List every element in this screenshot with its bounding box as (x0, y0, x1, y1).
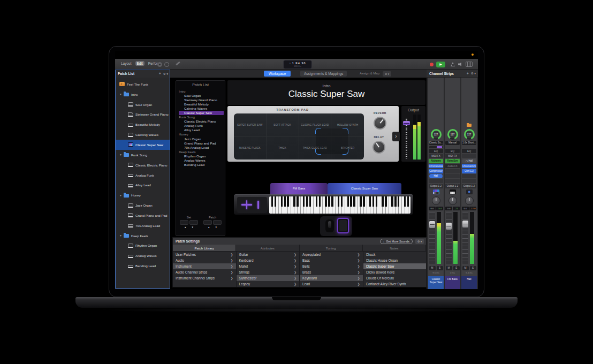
sidebar-item-deep-feels[interactable]: ▼Deep Feels (115, 231, 170, 241)
speaker-icon[interactable] (458, 63, 462, 66)
pad-cell-super-super-saw[interactable]: SUPER SUPER SAW (234, 113, 267, 136)
library-item-cortlandt-alley-river-synth[interactable]: Cortlandt Alley River Synth (363, 281, 427, 287)
sidebar-item-70s-analog-lead[interactable]: 70s Analog Lead (115, 221, 170, 231)
retrosyn-slot[interactable]: RetroSyn (445, 159, 460, 163)
sidebar-item-grand-piano-and-pad[interactable]: Grand Piano and Pad (115, 210, 170, 221)
solo-button[interactable]: S (437, 266, 443, 270)
strip-setting-name[interactable]: Manual (445, 141, 460, 145)
strip-setting-name[interactable]: Classic Su... (429, 141, 443, 145)
transform-pad-selection[interactable] (316, 128, 348, 154)
volume-knob[interactable]: 127 (431, 129, 442, 140)
fader-cap[interactable] (446, 223, 452, 230)
tab-workspace[interactable]: Workspace (264, 71, 291, 77)
delay-knob[interactable] (372, 141, 385, 154)
widget-patch-grand-piano-and-pad[interactable]: Grand Piano and Pad (179, 141, 224, 146)
widget-patch-alloy-lead[interactable]: Alloy Lead (179, 128, 224, 132)
tab-assignments-mappings[interactable]: Assignments & Mappings (300, 71, 347, 77)
fader-cap[interactable] (462, 221, 468, 228)
pad-cell-massive-pluck[interactable]: MASSIVE PLUCK (234, 136, 267, 160)
next-patch-chevron-button[interactable]: › (392, 132, 400, 141)
audio-fx-slot[interactable]: Audio FX (445, 164, 460, 168)
sidebar-item-bending-lead[interactable]: Bending Lead (115, 261, 170, 271)
feedback-button-icon[interactable] (157, 62, 162, 67)
widget-patch-rhythm-organ[interactable]: Rhythm Organ (179, 154, 224, 158)
strip-name-label[interactable]: FM Bass (445, 276, 460, 289)
library-item-legacy[interactable]: Legacy❯ (237, 281, 300, 287)
compressor-slot[interactable]: Compressor (429, 169, 443, 173)
workspace-gear-icon[interactable]: ⚙ ▾ (383, 71, 391, 77)
library-item-bass[interactable]: Bass❯ (300, 257, 363, 263)
hall-slot[interactable]: Hall (429, 174, 443, 178)
widget-set-funk-song[interactable]: Funk Song (179, 115, 224, 119)
strip-name-label[interactable]: Hall (461, 276, 477, 289)
tab-tuning[interactable]: Tuning (300, 245, 363, 252)
pan-knob[interactable] (448, 196, 457, 205)
tab-notes[interactable]: Notes (363, 245, 426, 252)
library-item-classic-super-saw[interactable]: Classic Super Saw (363, 263, 427, 269)
sidebar-item-classic-super-saw[interactable]: Classic Super Saw (115, 140, 170, 150)
sidebar-item-rhythm-organ[interactable]: Rhythm Organ (115, 241, 170, 251)
widget-patch-steinway-grand-piano[interactable]: Steinway Grand Piano (179, 98, 224, 102)
set-prev-button[interactable] (180, 220, 188, 225)
widget-patch-70s-analog-lead[interactable]: 70s Analog Lead (179, 146, 224, 150)
add-channel-strip-button[interactable]: + (467, 72, 469, 75)
chevron-down-icon[interactable]: ▼ (119, 234, 122, 237)
onscreen-keyboard[interactable] (234, 194, 413, 215)
widget-set-deep-feels[interactable]: Deep Feels (179, 150, 224, 154)
eq-slot[interactable]: EQ (462, 149, 476, 153)
volume-knob[interactable]: 127 (464, 129, 475, 140)
chevron-down-icon[interactable]: ▼ (119, 93, 122, 96)
master-level-button[interactable] (466, 62, 473, 67)
library-item-classic-house-organ[interactable]: Classic House Organ (363, 257, 427, 263)
sidebar-item-steinway-grand-piano[interactable]: Steinway Grand Piano (115, 110, 170, 120)
sidebar-item-alloy-lead[interactable]: Alloy Lead (115, 180, 170, 190)
sidebar-item-classic-electric-piano[interactable]: Classic Electric Piano (115, 160, 170, 170)
library-item-arpeggiated[interactable]: Arpeggiated❯ (300, 252, 363, 257)
mute-button[interactable]: M (446, 266, 452, 270)
expression-pedal[interactable] (337, 218, 349, 233)
layer-classic-super-saw[interactable]: Classic Super Saw (328, 183, 401, 194)
chnl-eq-slot[interactable]: Chnl EQ (462, 169, 476, 173)
output-fader-cap[interactable] (403, 121, 410, 125)
tab-attributes[interactable]: Attributes (236, 245, 299, 252)
output-1-2-slot[interactable]: Output 1-2 (445, 184, 460, 188)
library-item-synthesizer[interactable]: Synthesizer❯ (237, 275, 300, 281)
record-button[interactable] (430, 63, 434, 66)
widget-patch-analog-waves[interactable]: Analog Waves (179, 158, 224, 163)
tab-patch-library[interactable]: Patch Library (173, 245, 236, 252)
library-item-keyboard[interactable]: Keyboard❯ (300, 275, 363, 281)
sidebar-item-calming-waves[interactable]: Calming Waves (115, 130, 170, 140)
chromaglow-slot[interactable]: ChromaGlow (429, 164, 443, 168)
mute-button[interactable]: M (429, 266, 436, 270)
chromaverb-slot[interactable]: ChromaVerb (462, 164, 476, 168)
library-item-mallet[interactable]: Mallet❯ (237, 263, 300, 269)
pad-cell-thick[interactable]: THICK (267, 136, 299, 160)
sidebar-item-honey[interactable]: ▼Honey (115, 190, 170, 200)
library-item-brass[interactable]: Brass❯ (300, 269, 363, 275)
patch-list-gear-icon[interactable]: ⚙ ▾ (163, 72, 168, 75)
sidebar-item-intro[interactable]: ▼Intro (115, 89, 170, 100)
widget-patch-analog-funk[interactable]: Analog Funk (179, 124, 224, 128)
volume-knob[interactable]: 127 (447, 129, 458, 140)
alchemy-slot[interactable]: Alchemy (429, 159, 443, 163)
eq-slot[interactable]: EQ (429, 149, 443, 153)
widget-set-intro[interactable]: Intro (179, 89, 224, 94)
widget-patch-beautiful-melody[interactable]: Beautiful Melody (179, 102, 224, 107)
sidebar-item-beautiful-melody[interactable]: Beautiful Melody (115, 119, 170, 130)
widget-patch-calming-waves[interactable]: Calming Waves (179, 107, 224, 111)
patch-next-button[interactable] (213, 220, 222, 225)
pitch-mod-wheels[interactable] (237, 197, 267, 213)
library-item-user-patches[interactable]: User Patches❯ (173, 252, 236, 257)
widget-patch-jazz-organ[interactable]: Jazz Organ (179, 137, 224, 141)
library-item-bells[interactable]: Bells❯ (300, 263, 363, 269)
eq-slot[interactable]: EQ (445, 149, 460, 153)
widget-patch-classic-super-saw[interactable]: Classic Super Saw (179, 111, 224, 115)
sidebar-item-funk-song[interactable]: ▼Funk Song (115, 150, 170, 160)
assign-and-map-button[interactable]: Assign & Map (360, 72, 379, 75)
widget-set-honey[interactable]: Honey (179, 132, 224, 136)
library-item-instrument[interactable]: Instrument❯ (173, 263, 236, 269)
metronome-icon[interactable] (451, 62, 455, 66)
library-item-lead[interactable]: Lead❯ (300, 281, 363, 287)
set-next-button[interactable] (189, 220, 198, 225)
midi-fx-slot[interactable]: MIDI FX (429, 154, 443, 158)
